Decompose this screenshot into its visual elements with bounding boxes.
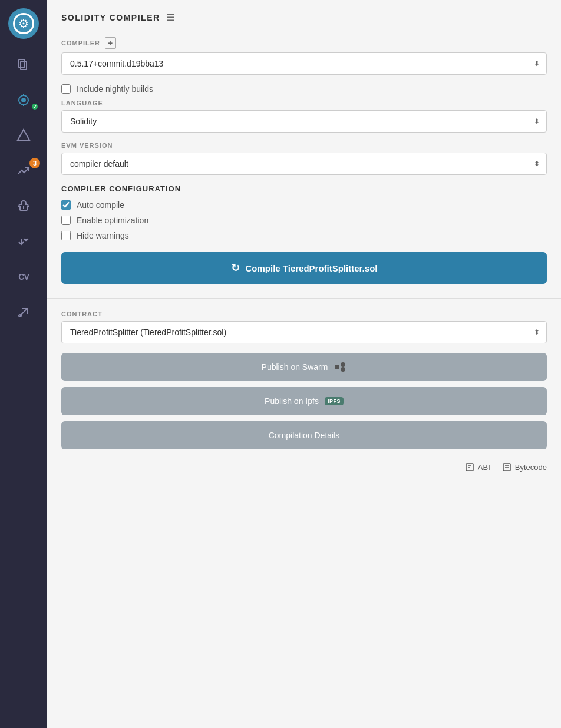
logo-circle: ⚙ [8,8,39,39]
compiler-icon [16,93,31,107]
compiler-version-select[interactable]: 0.5.17+commit.d19bba13 0.6.0 0.7.0 0.8.0 [61,52,547,75]
enable-optimization-row: Enable optimization [61,216,547,225]
compile-button[interactable]: ↻ Compile TieredProfitSplitter.sol [61,252,547,284]
abi-link[interactable]: ABI [465,462,490,472]
plugin-icon [16,305,31,319]
nightly-builds-label[interactable]: Include nightly builds [77,84,153,94]
svg-point-7 [335,365,339,369]
hide-warnings-row: Hide warnings [61,231,547,240]
nightly-builds-row: Include nightly builds [61,84,547,94]
panel: SOLIDITY COMPILER ☰ COMPILER + 0.5.17+co… [47,0,561,486]
svg-rect-11 [503,464,510,471]
abi-label: ABI [478,463,490,472]
sidebar-item-compiler[interactable] [0,82,47,118]
cv-icon: CV [18,272,28,282]
svg-point-9 [341,367,345,372]
publish-ipfs-label: Publish on Ipfs [265,396,319,406]
evm-select[interactable]: compiler default homestead tangerineWhis… [61,153,547,175]
svg-rect-10 [466,464,473,471]
compiler-version-wrapper: 0.5.17+commit.d19bba13 0.6.0 0.7.0 0.8.0… [61,52,547,75]
svg-point-8 [341,362,345,367]
sidebar-item-verify[interactable] [0,224,47,259]
logo-gear-icon: ⚙ [18,16,29,31]
verify-icon [16,234,31,249]
swarm-icon [334,362,346,372]
compiler-add-icon[interactable]: + [105,37,116,49]
analytics-badge: 3 [29,158,40,168]
sidebar-item-files[interactable] [0,47,47,82]
auto-compile-checkbox[interactable] [61,200,71,210]
enable-optimization-checkbox[interactable] [61,216,71,225]
auto-compile-row: Auto compile [61,200,547,210]
config-section: COMPILER CONFIGURATION Auto compile Enab… [61,184,547,240]
sidebar: ⚙ 3 [0,0,47,728]
svg-marker-4 [18,130,29,140]
enable-optimization-label[interactable]: Enable optimization [77,216,148,225]
bytecode-icon [502,462,512,472]
files-icon [16,58,31,72]
logo: ⚙ [0,0,47,47]
sidebar-item-deploy[interactable] [0,118,47,153]
panel-header: SOLIDITY COMPILER ☰ [61,12,547,25]
contract-select[interactable]: TieredProfitSplitter (TieredProfitSplitt… [61,321,547,343]
bytecode-label: Bytecode [515,463,547,472]
language-select[interactable]: Solidity Yul [61,110,547,133]
refresh-icon: ↻ [231,262,240,274]
hide-warnings-checkbox[interactable] [61,231,71,240]
logo-inner: ⚙ [13,13,34,34]
analytics-icon [16,164,31,178]
hide-warnings-label[interactable]: Hide warnings [77,231,129,240]
auto-compile-label[interactable]: Auto compile [77,200,124,210]
publish-swarm-label: Publish on Swarm [262,362,328,372]
svg-point-3 [21,98,26,102]
compiler-label: COMPILER + [61,37,547,49]
deploy-icon [16,128,31,143]
compiler-status-dot [31,102,39,111]
evm-wrapper: compiler default homestead tangerineWhis… [61,153,547,175]
abi-icon [465,462,474,472]
footer-links: ABI Bytecode [61,455,547,474]
sidebar-item-plugin[interactable] [0,294,47,330]
publish-ipfs-button[interactable]: Publish on Ipfs IPFS [61,387,547,415]
compilation-details-button[interactable]: Compilation Details [61,421,547,449]
language-label: LANGUAGE [61,100,547,107]
sidebar-item-cv[interactable]: CV [0,259,47,294]
debug-icon [16,199,31,213]
panel-title: SOLIDITY COMPILER [61,13,160,22]
panel-menu-icon[interactable]: ☰ [166,12,174,23]
sidebar-item-debug[interactable] [0,188,47,224]
bytecode-link[interactable]: Bytecode [502,462,547,472]
ipfs-badge: IPFS [325,397,344,405]
evm-label: EVM VERSION [61,142,547,149]
contract-wrapper: TieredProfitSplitter (TieredProfitSplitt… [61,321,547,343]
publish-swarm-button[interactable]: Publish on Swarm [61,353,547,381]
compile-button-label: Compile TieredProfitSplitter.sol [246,263,378,273]
main-content: SOLIDITY COMPILER ☰ COMPILER + 0.5.17+co… [47,0,561,728]
language-wrapper: Solidity Yul ⬍ [61,110,547,133]
sidebar-item-analytics[interactable]: 3 [0,153,47,188]
compilation-details-label: Compilation Details [269,431,340,440]
contract-label: CONTRACT [61,310,547,317]
contract-section: CONTRACT TieredProfitSplitter (TieredPro… [61,310,547,449]
config-title: COMPILER CONFIGURATION [61,184,547,193]
nightly-builds-checkbox[interactable] [61,84,71,94]
section-divider [47,298,561,299]
